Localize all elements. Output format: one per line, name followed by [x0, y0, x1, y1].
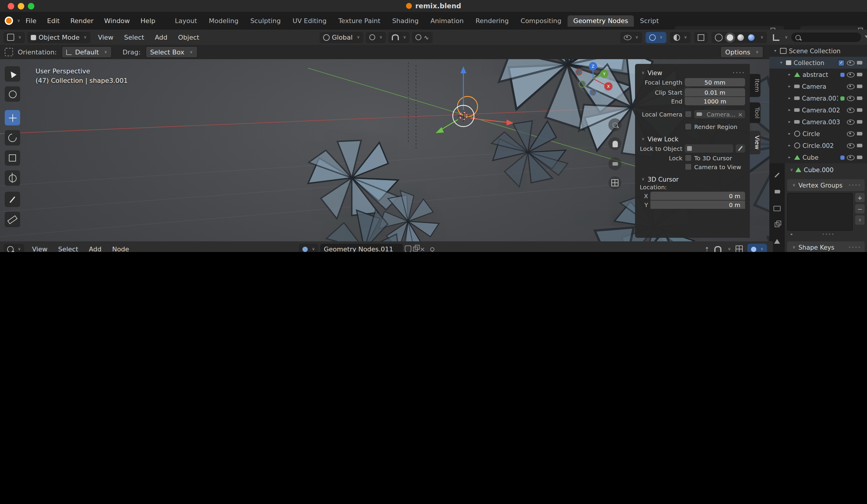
workspace-tab[interactable]: Rendering	[470, 15, 515, 26]
copies-icon[interactable]	[413, 247, 418, 251]
node-menu-item[interactable]: Node	[107, 245, 134, 252]
workspace-tab[interactable]: Geometry Nodes	[567, 15, 634, 26]
local-camera-checkbox[interactable]	[685, 111, 692, 118]
menu-item[interactable]: Window	[99, 17, 135, 24]
tool-scale[interactable]	[5, 150, 20, 166]
eyedropper-button[interactable]	[736, 144, 745, 153]
render-visibility-icon[interactable]	[857, 156, 862, 159]
tab-tool[interactable]	[769, 167, 785, 183]
hide-eye-icon[interactable]	[847, 119, 855, 124]
node-menu-item[interactable]: Select	[53, 245, 84, 252]
remove-vertex-group-button[interactable]: −	[855, 204, 865, 213]
shape-keys-header[interactable]: ∨Shape Keys∙∙∙∙	[787, 241, 865, 252]
tool-annotate[interactable]	[5, 191, 20, 207]
outliner-row[interactable]: ▸ Circle	[769, 128, 867, 140]
fake-user-shield-icon[interactable]	[405, 245, 411, 252]
disclosure-icon[interactable]: ▾	[779, 61, 783, 65]
vertex-groups-header[interactable]: ∨Vertex Groups∙∙∙∙	[787, 179, 865, 191]
outliner-row[interactable]: ▸ Camera.002	[769, 104, 867, 116]
render-visibility-icon[interactable]	[857, 61, 862, 65]
outliner-row[interactable]: ▸ Circle.002	[769, 140, 867, 151]
to-3d-cursor-checkbox[interactable]	[685, 154, 692, 162]
menu-item[interactable]: Render	[65, 17, 99, 24]
render-visibility-icon[interactable]	[857, 120, 862, 124]
outliner-row[interactable]: ▸ Camera.003	[769, 116, 867, 128]
render-visibility-icon[interactable]	[857, 108, 862, 112]
solid-shading-icon[interactable]	[727, 34, 733, 41]
snap-target-dropdown[interactable]: ∨	[366, 32, 386, 43]
pinned-chevron-icon[interactable]: ∨	[790, 167, 793, 172]
blender-menu-chevron-icon[interactable]: ∨	[17, 18, 20, 23]
node-tree-browse-button[interactable]: ∨	[299, 243, 318, 252]
render-region-checkbox[interactable]	[685, 123, 692, 130]
zoom-window-button[interactable]	[28, 3, 34, 10]
disclosure-icon[interactable]: ▸	[787, 131, 792, 136]
viewport-3d[interactable]: Z Y X User Perspective (47) Collection |…	[0, 59, 769, 241]
hide-eye-icon[interactable]	[847, 131, 855, 136]
tool-move[interactable]	[5, 110, 20, 125]
tab-view-layer[interactable]	[769, 217, 785, 233]
workspace-tab[interactable]: Animation	[425, 15, 470, 26]
outliner-row-scene-collection[interactable]: ▾ Scene Collection	[769, 45, 867, 57]
workspace-tab[interactable]: Script	[634, 15, 665, 26]
hide-eye-icon[interactable]	[847, 72, 855, 77]
tool-rotate[interactable]	[5, 130, 20, 145]
wireframe-shading-icon[interactable]	[715, 33, 722, 41]
proportional-editing-toggle[interactable]: ∿	[412, 32, 432, 43]
hide-eye-icon[interactable]	[847, 107, 855, 113]
focal-length-field[interactable]: 50 mm	[685, 78, 745, 86]
collection-checkbox[interactable]: ✓	[838, 59, 845, 66]
npanel-tab-view[interactable]: View	[750, 131, 760, 154]
rendered-shading-icon[interactable]	[748, 34, 754, 41]
disclosure-icon[interactable]: ▸	[787, 143, 792, 148]
npanel-tab-tool[interactable]: Tool	[750, 102, 760, 123]
disclosure-icon[interactable]: ▸	[787, 96, 792, 101]
view-lock-header[interactable]: ∨View Lock	[640, 135, 745, 143]
outliner-row[interactable]: ▸ abstract	[769, 69, 867, 80]
disclosure-icon[interactable]: ▸	[787, 72, 792, 77]
clear-camera-icon[interactable]: ×	[738, 111, 743, 118]
orientation-default-dropdown[interactable]: Default∨	[62, 46, 112, 58]
tab-output[interactable]	[769, 200, 785, 217]
workspace-tab[interactable]: Shading	[386, 15, 424, 26]
workspace-tab[interactable]: Compositing	[515, 15, 567, 26]
axis-x-neg-ball[interactable]	[576, 69, 582, 75]
disclosure-icon[interactable]: ▸	[787, 120, 792, 124]
camera-to-view-checkbox[interactable]	[685, 163, 692, 171]
vertex-group-specials-button[interactable]: ∨	[855, 215, 865, 225]
outliner-row[interactable]: ▸ Camera.001	[769, 92, 867, 104]
axis-z-neg-ball[interactable]	[590, 89, 596, 96]
zoom-gadget[interactable]	[608, 118, 621, 131]
outliner-row[interactable]: ▸ Camera	[769, 80, 867, 92]
cursor-x-field[interactable]: 0 m	[650, 191, 745, 200]
node-tree-name-field[interactable]: Geometry Nodes.011	[320, 243, 403, 252]
snap-mode-chevron-icon[interactable]: ∨	[728, 247, 731, 251]
add-vertex-group-button[interactable]: +	[855, 193, 865, 202]
viewport-menu-item[interactable]: View	[93, 33, 119, 41]
panel-grip-icon[interactable]: ∙∙∙∙	[848, 183, 861, 187]
view-panel-header[interactable]: ∨View∙∙∙∙	[640, 69, 745, 76]
tab-render[interactable]	[769, 183, 785, 200]
render-visibility-icon[interactable]	[857, 85, 862, 88]
xray-toggle[interactable]	[694, 32, 708, 43]
outliner-row[interactable]: ▸ Cube	[769, 151, 867, 163]
workspace-tab[interactable]: UV Editing	[287, 15, 333, 26]
shading-chevron-icon[interactable]: ∨	[760, 35, 763, 40]
drag-mode-dropdown[interactable]: Select Box∨	[145, 46, 197, 58]
hide-eye-icon[interactable]	[847, 96, 855, 101]
hide-eye-icon[interactable]	[847, 60, 855, 65]
pan-gadget[interactable]	[608, 137, 621, 150]
overlay-toggle[interactable]: ∨	[748, 243, 767, 252]
transform-orientation-dropdown[interactable]: Global∨	[319, 32, 363, 43]
close-window-button[interactable]	[8, 3, 14, 10]
outliner-search-input[interactable]	[791, 33, 861, 42]
viewport-menu-item[interactable]: Select	[119, 33, 149, 41]
outliner-editor-icon[interactable]	[773, 34, 779, 41]
vertex-groups-list[interactable]	[787, 193, 853, 231]
node-menu-item[interactable]: Add	[84, 245, 107, 252]
outliner-editor-chevron-icon[interactable]: ∨	[785, 35, 788, 40]
panel-grip-icon[interactable]: ∙∙∙∙	[732, 70, 745, 75]
cursor-y-field[interactable]: 0 m	[650, 200, 745, 209]
drag-grip-icon[interactable]: ∙∙∙∙	[822, 232, 834, 237]
npanel-tab-item[interactable]: Item	[750, 74, 760, 97]
